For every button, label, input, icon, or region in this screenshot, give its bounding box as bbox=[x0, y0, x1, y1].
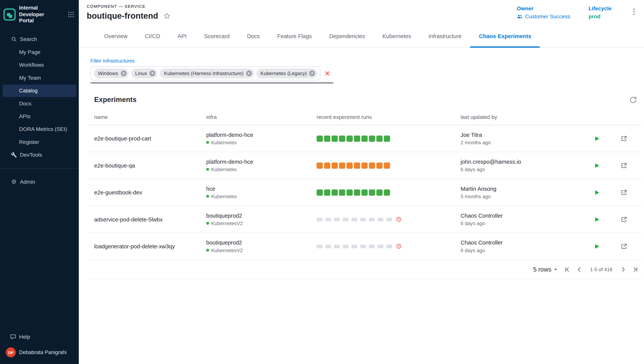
tab-feature-flags[interactable]: Feature Flags bbox=[269, 25, 321, 47]
run-indicator[interactable] bbox=[369, 189, 375, 196]
tab-scorecard[interactable]: Scorecard bbox=[195, 25, 238, 47]
search-icon bbox=[11, 36, 17, 42]
sidebar-item-search[interactable]: Search bbox=[3, 33, 76, 46]
open-experiment-button[interactable] bbox=[620, 243, 627, 250]
infra-type: KubernetesV2 bbox=[206, 220, 317, 226]
tab-infrastructure[interactable]: Infrastructure bbox=[420, 25, 470, 47]
run-indicator[interactable] bbox=[376, 162, 383, 169]
updated-by: Chaos Controller bbox=[461, 212, 584, 219]
prev-page-icon[interactable] bbox=[575, 266, 583, 273]
sidebar-item-dora-metrics-sei[interactable]: DORA Metrics (SEI) bbox=[3, 123, 76, 136]
run-indicator[interactable] bbox=[332, 135, 338, 142]
entity-header: COMPONENT — SERVICE boutique-frontend Ow… bbox=[79, 0, 644, 25]
sidebar-item-label: Register bbox=[19, 139, 39, 146]
tab-chaos-experiments[interactable]: Chaos Experiments bbox=[470, 25, 540, 47]
sidebar-item-help[interactable]: Help bbox=[3, 330, 76, 343]
run-experiment-button[interactable] bbox=[593, 162, 600, 169]
run-indicator[interactable] bbox=[339, 162, 345, 169]
filter-chip: Windows× bbox=[94, 68, 129, 78]
tab-kubernetes[interactable]: Kubernetes bbox=[374, 25, 420, 47]
run-experiment-button[interactable] bbox=[593, 216, 600, 223]
run-indicator[interactable] bbox=[362, 189, 368, 196]
sidebar-item-workflows[interactable]: Workflows bbox=[3, 59, 76, 71]
owner-value-label: Customer Success bbox=[525, 13, 570, 20]
run-indicator[interactable] bbox=[384, 162, 390, 169]
gear-icon: ⚙ bbox=[11, 179, 17, 185]
rows-per-page-select[interactable]: 5 rows bbox=[533, 266, 559, 273]
run-experiment-button[interactable] bbox=[593, 189, 600, 196]
run-indicator[interactable] bbox=[354, 135, 360, 142]
run-empty-indicator bbox=[351, 244, 357, 248]
run-empty-indicator bbox=[386, 244, 392, 248]
chip-remove-icon[interactable]: × bbox=[121, 70, 126, 76]
open-experiment-button[interactable] bbox=[620, 216, 627, 223]
open-experiment-button[interactable] bbox=[620, 162, 627, 169]
run-indicator[interactable] bbox=[324, 189, 331, 196]
run-indicator[interactable] bbox=[332, 162, 338, 169]
kebab-menu-icon[interactable] bbox=[630, 8, 638, 16]
run-indicator[interactable] bbox=[384, 189, 390, 196]
run-indicator[interactable] bbox=[354, 162, 360, 169]
table-row: e2e-guestbook-devhceKubernetesMartin Ans… bbox=[88, 179, 641, 206]
run-experiment-button[interactable] bbox=[593, 243, 600, 250]
run-indicator[interactable] bbox=[354, 189, 360, 196]
tab-ci-cd[interactable]: CI/CD bbox=[136, 25, 169, 47]
owner-label[interactable]: Owner bbox=[517, 5, 570, 12]
run-indicator[interactable] bbox=[317, 162, 323, 169]
clear-filter-icon[interactable] bbox=[324, 70, 331, 77]
run-indicator[interactable] bbox=[324, 162, 331, 169]
tab-docs[interactable]: Docs bbox=[238, 25, 268, 47]
run-indicator[interactable] bbox=[347, 189, 353, 196]
open-experiment-button[interactable] bbox=[620, 189, 627, 196]
open-experiment-button[interactable] bbox=[620, 135, 627, 142]
sidebar-item-devtools[interactable]: DevTools bbox=[3, 149, 76, 161]
run-indicator[interactable] bbox=[384, 135, 390, 142]
experiment-name: e2e-boutique-qa bbox=[94, 162, 206, 169]
infra-cell: hceKubernetes bbox=[206, 186, 317, 199]
status-dot-icon bbox=[206, 168, 209, 171]
sidebar-item-docs[interactable]: Docs bbox=[3, 98, 76, 110]
sidebar-item-admin[interactable]: ⚙ Admin bbox=[3, 176, 76, 188]
favorite-star-icon[interactable] bbox=[163, 12, 171, 20]
sidebar-item-my-page[interactable]: My Page bbox=[3, 46, 76, 58]
infra-type: Kubernetes bbox=[206, 194, 317, 199]
run-indicator[interactable] bbox=[362, 135, 368, 142]
user-profile[interactable]: DP Debabrata Panigrahi bbox=[0, 343, 79, 360]
run-indicator[interactable] bbox=[339, 189, 345, 196]
run-indicator[interactable] bbox=[339, 135, 345, 142]
apps-grid-icon[interactable] bbox=[67, 11, 75, 18]
sidebar-item-label: Help bbox=[19, 334, 30, 340]
run-indicator[interactable] bbox=[347, 162, 353, 169]
run-indicator[interactable] bbox=[317, 135, 323, 142]
chip-remove-icon[interactable]: × bbox=[150, 70, 155, 76]
sidebar-item-my-team[interactable]: My Team bbox=[3, 72, 76, 84]
run-indicator[interactable] bbox=[376, 135, 383, 142]
run-indicator[interactable] bbox=[376, 189, 383, 196]
tab-dependencies[interactable]: Dependencies bbox=[320, 25, 374, 47]
sidebar-item-register[interactable]: Register bbox=[3, 136, 76, 148]
last-page-icon[interactable] bbox=[631, 266, 639, 273]
harness-logo-icon bbox=[3, 8, 16, 21]
tab-api[interactable]: API bbox=[169, 25, 195, 47]
sidebar-item-apis[interactable]: APIs bbox=[3, 110, 76, 122]
tab-overview[interactable]: Overview bbox=[95, 25, 136, 47]
owner-value[interactable]: Customer Success bbox=[517, 13, 570, 20]
run-experiment-button[interactable] bbox=[593, 135, 600, 142]
updated-by: john.crespo@harness.io bbox=[461, 158, 584, 165]
run-indicator[interactable] bbox=[347, 135, 353, 142]
run-indicator[interactable] bbox=[332, 189, 338, 196]
run-indicator[interactable] bbox=[362, 162, 368, 169]
run-indicator[interactable] bbox=[317, 189, 323, 196]
updated-at: 6 days ago bbox=[461, 166, 584, 172]
chip-remove-icon[interactable]: × bbox=[309, 70, 315, 76]
refresh-icon[interactable] bbox=[629, 96, 637, 104]
updated-by: Martin Ansong bbox=[461, 186, 584, 192]
run-indicator[interactable] bbox=[369, 135, 375, 142]
run-empty-indicator bbox=[317, 218, 323, 221]
chip-remove-icon[interactable]: × bbox=[246, 70, 252, 76]
run-indicator[interactable] bbox=[369, 162, 375, 169]
next-page-icon[interactable] bbox=[619, 266, 627, 273]
first-page-icon[interactable] bbox=[563, 266, 571, 273]
sidebar-item-catalog[interactable]: Catalog bbox=[3, 84, 76, 97]
run-indicator[interactable] bbox=[324, 135, 331, 142]
